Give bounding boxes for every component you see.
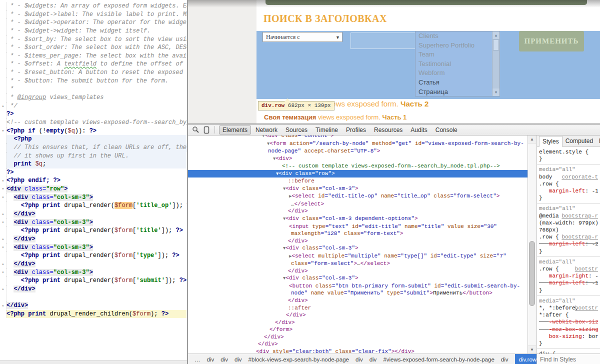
tree-node[interactable]: ▼<div class="col-sm-3"> bbox=[188, 244, 528, 252]
fold-marker-icon[interactable]: ▾ bbox=[0, 268, 6, 277]
editor-line[interactable]: * - $widget->widget: The widget itself. bbox=[0, 27, 187, 36]
style-line[interactable]: (max-width: 979px) a bbox=[539, 220, 598, 226]
list-option[interactable]: Testimonial bbox=[416, 60, 500, 69]
editor-line[interactable]: ?> bbox=[0, 168, 187, 177]
tree-node[interactable]: node-page" accept-charset="UTF-8"> bbox=[188, 148, 528, 155]
scroll-up-icon[interactable]: ▲ bbox=[492, 32, 500, 39]
tree-node[interactable]: ▼<div class="col-sm-3"> bbox=[188, 274, 528, 282]
editor-line[interactable]: ▾<div class="row"> bbox=[0, 185, 187, 194]
inspect-element-icon[interactable] bbox=[192, 126, 200, 134]
editor-line[interactable]: ▴<?php endif; ?> bbox=[0, 176, 187, 185]
tree-node[interactable]: ▶<select multiple="multiple" name="type[… bbox=[188, 252, 528, 260]
styles-tab-computed[interactable]: Computed bbox=[562, 136, 596, 146]
breadcrumb-item[interactable]: div bbox=[207, 356, 214, 362]
scroll-up-icon[interactable]: ▲ bbox=[528, 136, 536, 144]
tree-node[interactable]: ::before bbox=[188, 178, 528, 185]
editor-line[interactable]: <?php print drupal_render($form['title']… bbox=[0, 226, 187, 235]
style-line[interactable]: corporate-tbody bbox=[539, 174, 598, 180]
style-line[interactable]: } bbox=[539, 340, 598, 347]
breadcrumb-item-active[interactable]: div.row bbox=[515, 354, 536, 364]
style-line[interactable]: } bbox=[539, 194, 598, 202]
editor-line[interactable]: ▾ <div class="col-sm-3"> bbox=[0, 218, 187, 227]
editor-line[interactable]: ▾<?php if (!empty($q)): ?> bbox=[0, 127, 187, 136]
apply-button[interactable]: ПРИМЕНИТЬ bbox=[519, 31, 584, 52]
editor-line[interactable]: ▾ <div class="col-sm-3"> bbox=[0, 268, 187, 277]
style-line[interactable]: bootstr*, *:before, bbox=[539, 304, 598, 312]
breadcrumb-item[interactable]: div bbox=[370, 356, 377, 362]
devtools-tab-console[interactable]: Console bbox=[432, 126, 461, 134]
tree-node[interactable]: ::after bbox=[188, 304, 528, 312]
scroll-down-icon[interactable]: ▼ bbox=[528, 346, 536, 354]
fold-marker-icon[interactable]: ▾ bbox=[0, 244, 6, 252]
fold-marker-icon[interactable]: ▴ bbox=[0, 260, 6, 268]
editor-line[interactable]: * - $widget->label: The visible label to… bbox=[0, 10, 187, 19]
breadcrumb-item[interactable]: div bbox=[234, 356, 242, 362]
list-option[interactable]: Webform bbox=[416, 68, 500, 78]
fold-marker-icon[interactable]: ▾ bbox=[0, 127, 6, 136]
tree-node[interactable]: </div> bbox=[188, 268, 528, 275]
tree-node[interactable]: ▼<div class="content"> bbox=[188, 136, 528, 140]
editor-line[interactable]: * - $button: The submit button for the f… bbox=[0, 77, 187, 86]
style-line[interactable]: media="all" bbox=[539, 166, 598, 173]
tree-node[interactable]: ▼<div class="col-sm-3"> bbox=[188, 185, 528, 193]
fold-marker-icon[interactable]: ▾ bbox=[0, 185, 6, 194]
editor-line[interactable]: ▴ </div> bbox=[0, 235, 187, 244]
devtools-tab-network[interactable]: Network bbox=[252, 126, 281, 134]
tree-node[interactable]: <div style="clear:both" class="clear-fix… bbox=[188, 348, 528, 354]
stylesheet-link[interactable]: bootstr bbox=[575, 266, 598, 272]
style-line[interactable]: 768px) bbox=[539, 226, 598, 234]
editor-line[interactable]: print $q; bbox=[0, 160, 187, 168]
editor-line[interactable]: ▾ <div class="col-sm-3"> bbox=[0, 244, 187, 252]
article-link-part1[interactable]: Своя темизация views exsposed form. Част… bbox=[264, 114, 406, 121]
tree-node[interactable]: <input type="text" id="edit-title" name=… bbox=[188, 223, 528, 230]
breadcrumb-item[interactable]: … bbox=[194, 356, 200, 362]
styles-tab-styles[interactable]: Styles bbox=[539, 136, 562, 147]
style-line[interactable]: -webkit-box-sizin bbox=[539, 318, 598, 326]
editor-line[interactable]: * - $items_per_page: The select box with… bbox=[0, 52, 187, 60]
devtools-tab-audits[interactable]: Audits bbox=[407, 126, 430, 134]
devtools-tab-resources[interactable]: Resources bbox=[370, 126, 406, 134]
tree-node[interactable]: class="form-select">…</select> bbox=[188, 260, 528, 268]
list-scrollbar[interactable]: ▲ ▼ bbox=[492, 32, 500, 96]
style-line[interactable]: element.style { bbox=[539, 148, 598, 156]
style-line[interactable]: -moz-box-sizing: bbox=[539, 326, 598, 333]
fold-marker-icon[interactable]: ▴ bbox=[0, 176, 6, 185]
stylesheet-link[interactable]: bootstrap-r bbox=[562, 212, 598, 220]
editor-line[interactable]: ▾ <div class="col-sm-3"> bbox=[0, 194, 187, 202]
scrollbar-thumb[interactable] bbox=[529, 241, 535, 306]
fold-marker-icon[interactable]: ▾ bbox=[0, 194, 6, 202]
tree-node[interactable]: ▼<form action="/search-by-node" method="… bbox=[188, 140, 528, 148]
editor-line[interactable]: * bbox=[0, 85, 187, 94]
tree-node[interactable]: ▼<div class="col-sm-3 dependent-options"… bbox=[188, 215, 528, 223]
tree-node[interactable]: </div> bbox=[188, 208, 528, 215]
editor-line[interactable] bbox=[0, 293, 187, 302]
fold-marker-icon[interactable]: ▴ bbox=[0, 285, 6, 294]
list-option[interactable]: Team bbox=[416, 50, 500, 60]
styles-tab-event-listeners[interactable]: Event Listeners bbox=[596, 136, 600, 146]
tree-node[interactable]: …</select> bbox=[188, 200, 528, 208]
fold-marker-icon[interactable]: ▴ bbox=[0, 210, 6, 218]
editor-line[interactable]: * - $widgets: An array of exposed form w… bbox=[0, 2, 187, 10]
editor-line[interactable]: ?> bbox=[0, 110, 187, 118]
style-line[interactable]: bootstrap-r@media bbox=[539, 212, 598, 220]
fold-marker-icon[interactable]: ▴ bbox=[0, 102, 6, 110]
editor-line[interactable]: <?php print drupal_render($form['submit'… bbox=[0, 276, 187, 285]
editor-line[interactable]: ▴</div> bbox=[0, 302, 187, 310]
elements-tree[interactable]: ▼<div class="content">▼<form action="/se… bbox=[188, 136, 528, 354]
tree-node[interactable]: <button class="btn btn-primary form-subm… bbox=[188, 282, 528, 290]
tree-node[interactable]: </div> bbox=[188, 297, 528, 304]
devtools-tab-sources[interactable]: Sources bbox=[282, 126, 311, 134]
tree-node[interactable]: </div> bbox=[188, 312, 528, 319]
style-line[interactable]: margin-left: -15p bbox=[539, 280, 598, 286]
editor-line[interactable]: * - $sort_by: The select box to sort the… bbox=[0, 36, 187, 44]
find-in-styles-input[interactable] bbox=[537, 354, 600, 364]
elements-scrollbar[interactable]: ▲ ▼ bbox=[528, 136, 536, 354]
editor-line[interactable]: <?php print drupal_render_children($form… bbox=[0, 310, 187, 318]
editor-horizontal-scrollbar[interactable] bbox=[0, 360, 187, 364]
editor-line[interactable]: * - $sort_order: The select box with the… bbox=[0, 44, 187, 52]
list-option[interactable]: Статья bbox=[416, 78, 500, 88]
breadcrumb-item[interactable]: div bbox=[501, 356, 508, 362]
style-line[interactable]: } bbox=[539, 248, 598, 255]
editor-line[interactable]: * - $widget->operator: The operator for … bbox=[0, 18, 187, 27]
breadcrumb-item[interactable]: #block-views-exp-search-by-node-page bbox=[248, 356, 349, 362]
